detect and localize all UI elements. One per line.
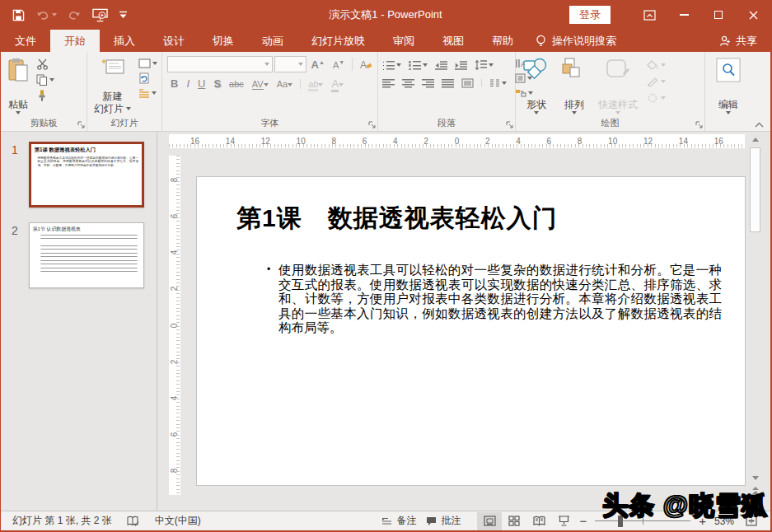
slide-canvas[interactable]: 第1课 数据透视表轻松入门 • 使用数据透视表工具可以轻松的对一些复杂的数据进行… — [196, 176, 746, 486]
share-button[interactable]: 共享 — [719, 30, 770, 52]
change-case-button[interactable]: Aa — [274, 78, 296, 90]
scroll-up-button[interactable] — [748, 133, 762, 146]
cut-button[interactable] — [34, 58, 57, 71]
thumbnail-preview[interactable]: 第1课 数据透视表轻松入门使用数据透视表工具可以轻松的对一些复杂的数据进行统计和… — [29, 142, 144, 208]
fit-to-window-button[interactable] — [739, 512, 764, 530]
arrange-button[interactable]: 排列 — [557, 54, 592, 116]
shape-effects-button[interactable] — [644, 92, 668, 104]
scroll-down-button[interactable] — [748, 472, 762, 484]
maximize-button[interactable] — [701, 0, 736, 30]
redo-icon[interactable] — [68, 9, 81, 21]
clear-formatting-button[interactable]: A — [357, 58, 376, 71]
zoom-slider-knob[interactable] — [618, 516, 623, 527]
slideshow-view-button[interactable] — [551, 512, 576, 530]
zoom-slider[interactable] — [595, 513, 690, 530]
quick-styles-button[interactable]: 快速样式 — [593, 54, 643, 116]
reading-view-button[interactable] — [526, 512, 551, 530]
slide-title[interactable]: 第1课 数据透视表轻松入门 — [236, 202, 745, 236]
tab-1[interactable]: 开始 — [50, 30, 100, 52]
bullets-button[interactable] — [380, 60, 404, 71]
tell-me-search[interactable]: 操作说明搜索 — [527, 30, 625, 52]
font-name-combo[interactable] — [167, 56, 273, 72]
slide-number-indicator[interactable]: 幻灯片 第 1 张, 共 2 张 — [7, 514, 117, 528]
shrink-font-button[interactable]: A▼ — [330, 58, 348, 72]
editing-button[interactable]: 编辑 — [711, 54, 746, 116]
undo-icon[interactable] — [36, 9, 57, 21]
slide-body-text[interactable]: • 使用数据透视表工具可以轻松的对一些复杂的数据进行统计和分析。它是一种交互式的… — [278, 263, 722, 335]
underline-button[interactable]: U — [194, 77, 208, 91]
slide-thumbnail-panel: 1第1课 数据透视表轻松入门使用数据透视表工具可以轻松的对一些复杂的数据进行统计… — [1, 132, 157, 511]
previous-slide-button[interactable] — [748, 484, 762, 497]
shape-fill-button[interactable] — [644, 59, 668, 71]
tab-6[interactable]: 幻灯片放映 — [297, 30, 379, 52]
clear-format-icon: A — [360, 59, 372, 70]
reset-icon — [138, 72, 150, 84]
spell-check-icon[interactable] — [122, 516, 145, 527]
columns-button[interactable] — [487, 78, 509, 89]
format-painter-button[interactable] — [34, 89, 57, 102]
thumbnail-body-lines — [40, 235, 137, 278]
ribbon-display-options-icon[interactable] — [632, 0, 667, 30]
slide-thumbnail-2[interactable]: 2第1节 认识数据透视表 — [1, 222, 157, 288]
numbering-button[interactable] — [406, 60, 430, 71]
scrollbar-thumb[interactable] — [750, 147, 760, 232]
collapse-ribbon-icon[interactable] — [755, 122, 764, 128]
notes-button[interactable]: 备注 — [377, 514, 421, 528]
reset-slide-button[interactable] — [136, 72, 160, 85]
zoom-out-button[interactable]: − — [576, 514, 590, 528]
minimize-button[interactable] — [667, 0, 701, 30]
next-slide-button[interactable] — [748, 497, 762, 509]
tab-9[interactable]: 帮助 — [478, 30, 527, 52]
new-slide-button[interactable]: 新建 幻灯片 — [89, 54, 136, 116]
login-button[interactable]: 登录 — [569, 6, 611, 24]
ruler-number: 0 — [171, 323, 180, 328]
highlight-color-button[interactable]: ab — [305, 78, 326, 90]
slide-thumbnail-1[interactable]: 1第1课 数据透视表轻松入门使用数据透视表工具可以轻松的对一些复杂的数据进行统计… — [1, 142, 157, 208]
tab-2[interactable]: 插入 — [100, 30, 149, 52]
tab-3[interactable]: 设计 — [149, 30, 199, 52]
character-spacing-button[interactable]: AV — [249, 78, 272, 90]
thumbnail-preview[interactable]: 第1节 认识数据透视表 — [29, 222, 144, 288]
copy-button[interactable] — [34, 73, 57, 86]
tab-8[interactable]: 视图 — [428, 30, 478, 52]
font-size-combo[interactable] — [274, 56, 306, 72]
slide-sorter-view-button[interactable] — [502, 512, 526, 530]
drawing-dialog-launcher[interactable] — [695, 121, 703, 128]
increase-indent-button[interactable] — [452, 60, 470, 71]
comments-button[interactable]: 批注 — [421, 514, 466, 528]
customize-qat-icon[interactable] — [119, 11, 127, 19]
paragraph-dialog-launcher[interactable] — [506, 121, 513, 128]
clipboard-dialog-launcher[interactable] — [77, 121, 85, 128]
tab-file[interactable]: 文件 — [1, 30, 50, 52]
grow-font-button[interactable]: A▲ — [308, 58, 328, 72]
text-shadow-button[interactable]: S — [210, 77, 224, 91]
align-right-button[interactable] — [419, 78, 437, 89]
line-spacing-button[interactable] — [472, 59, 496, 71]
bold-button[interactable]: B — [167, 77, 181, 91]
close-button[interactable] — [736, 0, 770, 30]
align-center-button[interactable] — [400, 78, 417, 89]
slide-layout-button[interactable] — [136, 58, 160, 69]
align-left-button[interactable] — [380, 78, 397, 89]
zoom-in-button[interactable]: + — [695, 514, 709, 528]
save-icon[interactable] — [12, 9, 25, 21]
paste-button[interactable]: 粘贴 — [2, 54, 34, 116]
start-slideshow-icon[interactable] — [92, 8, 108, 22]
shapes-button[interactable]: 形状 — [517, 54, 555, 116]
justify-button[interactable] — [439, 78, 456, 89]
tab-7[interactable]: 审阅 — [379, 30, 428, 52]
distributed-button[interactable] — [459, 77, 476, 89]
italic-button[interactable]: I — [183, 77, 193, 91]
slide-thumbnail-list: 1第1课 数据透视表轻松入门使用数据透视表工具可以轻松的对一些复杂的数据进行统计… — [1, 142, 157, 288]
section-button[interactable] — [136, 87, 160, 99]
tab-4[interactable]: 切换 — [199, 30, 248, 52]
tab-5[interactable]: 动画 — [248, 30, 297, 52]
zoom-level[interactable]: 53% — [709, 516, 739, 527]
shape-outline-button[interactable] — [644, 76, 668, 87]
normal-view-button[interactable] — [477, 512, 502, 530]
font-color-button[interactable]: A — [328, 77, 347, 91]
language-indicator[interactable]: 中文(中国) — [150, 514, 206, 528]
decrease-indent-button[interactable] — [433, 60, 450, 71]
strikethrough-button[interactable]: abc — [226, 78, 247, 90]
font-dialog-launcher[interactable] — [368, 121, 376, 128]
